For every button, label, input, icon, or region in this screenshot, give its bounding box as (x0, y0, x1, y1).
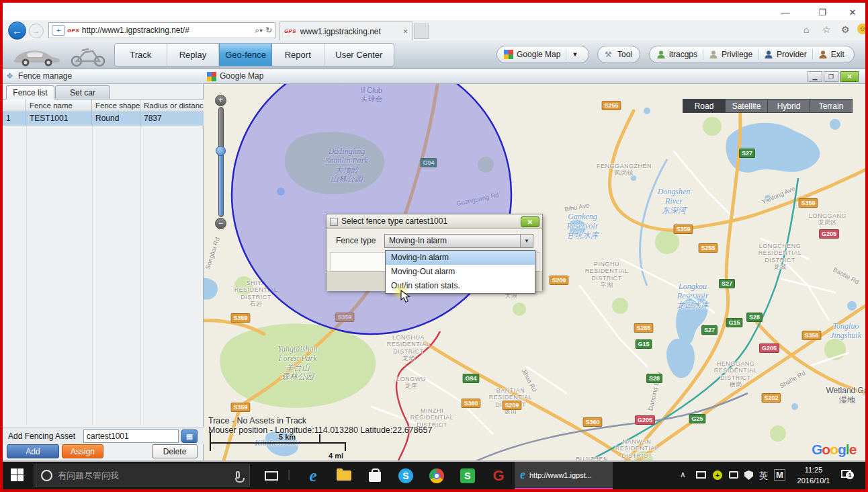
map-close-button[interactable]: ✕ (840, 71, 859, 82)
message-icon[interactable]: 1 (841, 470, 851, 478)
window-minimize-button[interactable]: — (775, 7, 795, 19)
road-badge-g94: G94 (462, 374, 479, 383)
combo-arrow-icon[interactable]: ▼ (520, 235, 533, 247)
divider (703, 49, 703, 60)
scale-mi-label: 4 mi (329, 452, 343, 460)
network-icon[interactable] (696, 471, 706, 479)
nav-tab-report[interactable]: Report (272, 44, 324, 66)
cortana-search-box[interactable]: 有问题尽管问我 (34, 464, 250, 487)
site-favicon: GPS (67, 28, 79, 34)
ime-pad-icon[interactable] (729, 471, 738, 479)
s-app-icon[interactable]: S (453, 462, 482, 489)
store-icon[interactable] (360, 462, 390, 489)
col-radius[interactable]: Radius or distanc (140, 99, 204, 112)
browser-tab[interactable]: GPS www1.igpstracking.net × (279, 22, 413, 40)
refresh-icon[interactable]: ↻ (265, 26, 272, 35)
dialog-titlebar[interactable]: Select fence type cartest1001 (327, 214, 542, 229)
tray-expand-icon[interactable]: ∧ (680, 470, 686, 479)
add-button[interactable]: Add (7, 444, 59, 458)
assign-button[interactable]: Assign (62, 444, 103, 458)
col-fence-shape[interactable]: Fence shape (92, 99, 140, 112)
mouse-cursor (400, 290, 413, 303)
map-restore-button[interactable]: ❐ (824, 71, 838, 82)
nav-tab-track[interactable]: Track (115, 44, 167, 66)
start-icon[interactable] (11, 468, 24, 481)
road-badge-s360: S360 (582, 417, 602, 427)
active-ie-task[interactable]: e http://www1.igpst... (515, 462, 613, 489)
user-menu-privilege[interactable]: Privilege (709, 50, 752, 59)
favorites-star-icon[interactable]: ☆ (822, 24, 831, 35)
map-zoom-slider[interactable]: + − (213, 95, 230, 229)
fence-type-option-moving-out-alarm[interactable]: Moving-Out alarm (386, 265, 535, 279)
back-button[interactable]: ← (8, 22, 26, 40)
edge-icon[interactable]: e (298, 462, 328, 489)
app-navbar: TrackReplayGeo-fenceReportUser Center Go… (3, 40, 865, 69)
zoom-in-button[interactable]: + (215, 95, 226, 106)
forward-button[interactable]: → (29, 24, 44, 38)
address-bar[interactable]: + GPS http://www1.igpstracking.net/# ⌕▾ … (48, 22, 275, 38)
tab-fence-list[interactable]: Fence list (6, 85, 54, 99)
zoom-thumb[interactable] (216, 146, 226, 156)
plus-tray-icon[interactable]: + (713, 470, 722, 480)
fence-type-option-moving-in-alarm[interactable]: Moving-In alarm (386, 251, 535, 265)
search-icon[interactable]: ⌕▾ (255, 26, 263, 35)
clock[interactable]: 11:25 2016/10/1 (794, 464, 833, 486)
shield-icon[interactable] (744, 470, 753, 480)
map-type-hybrid[interactable]: Hybrid (767, 99, 810, 113)
dialog-close-button[interactable]: ✕ (521, 216, 539, 227)
map-canvas[interactable]: If Club 夫球会Dadingling Shanlin Park 大顶岭 山… (204, 84, 865, 460)
g-app-icon[interactable]: G (484, 462, 513, 489)
delete-button[interactable]: Delete (152, 444, 198, 458)
site-compat-icon[interactable]: + (52, 25, 65, 36)
door-icon (818, 50, 828, 59)
nav-tab-user-center[interactable]: User Center (324, 44, 394, 66)
m-tray-icon[interactable]: M (774, 469, 785, 481)
col-fence-name[interactable]: Fence name (26, 99, 92, 112)
settings-gear-icon[interactable]: ⚙ (841, 24, 850, 35)
map-label: Dadingling Shanlin Park 大顶岭 山林公园 (326, 147, 368, 184)
zoom-out-button[interactable]: − (215, 218, 226, 229)
window-close-button[interactable]: ✕ (842, 7, 863, 19)
map-provider-select[interactable]: Google Map ▼ (496, 46, 589, 63)
mic-icon[interactable] (236, 471, 240, 479)
scale-tick-mi (345, 442, 346, 451)
task-view-icon[interactable] (257, 462, 286, 489)
fence-type-select[interactable]: Moving-In alarm ▼ (384, 234, 533, 248)
road-badge-g15: G15 (726, 318, 742, 327)
scale-tick-km (319, 434, 320, 443)
map-minimize-button[interactable]: ▁ (808, 71, 822, 82)
chevron-down-icon[interactable]: ▼ (572, 51, 578, 58)
user-menu-label: itracgps (669, 50, 697, 59)
file-explorer-icon[interactable] (329, 462, 359, 489)
road-badge-s360: S360 (461, 399, 480, 408)
table-row[interactable]: 1 TEST1001 Round 7837 (3, 112, 204, 126)
nav-tab-geo-fence[interactable]: Geo-fence (219, 44, 272, 66)
user-menu-provider[interactable]: Provider (764, 50, 807, 59)
chrome-icon[interactable] (422, 462, 451, 489)
map-label: Tongluo Jingshuik (830, 322, 861, 341)
new-tab-button[interactable] (414, 24, 429, 39)
ime-language-indicator[interactable]: 英 (759, 470, 768, 482)
tab-title: www1.igpstracking.net (300, 27, 399, 36)
grid-line (92, 126, 93, 425)
tab-close-icon[interactable]: × (403, 27, 408, 36)
skype-icon[interactable]: S (391, 462, 421, 489)
map-type-road[interactable]: Road (683, 99, 726, 113)
home-icon[interactable]: ⌂ (804, 24, 809, 35)
asset-name-input[interactable] (83, 429, 179, 443)
locate-asset-button[interactable]: ▦ (181, 429, 198, 443)
road-badge-s209: S209 (549, 276, 568, 285)
user-menu-itracgps[interactable]: itracgps (656, 50, 697, 59)
url-text[interactable]: http://www1.igpstracking.net/# (82, 26, 252, 35)
user-menu-exit[interactable]: Exit (818, 50, 844, 59)
window-restore-button[interactable]: ❐ (812, 7, 832, 19)
nav-tab-replay[interactable]: Replay (167, 44, 220, 66)
col-index (3, 99, 26, 112)
taskbar-divider: | (288, 468, 290, 481)
map-type-terrain[interactable]: Terrain (810, 99, 853, 113)
map-type-satellite[interactable]: Satellite (725, 99, 768, 113)
tool-button[interactable]: ⚒ Tool (597, 46, 640, 63)
tab-set-car[interactable]: Set car (55, 85, 110, 99)
frame-bottom (0, 489, 868, 492)
map-type-buttons: RoadSatelliteHybridTerrain (683, 99, 853, 113)
